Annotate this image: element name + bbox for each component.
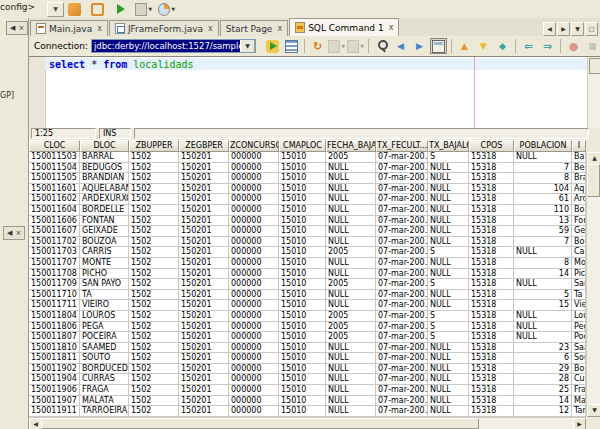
table-cell[interactable]: 150011601: [29, 184, 80, 195]
table-cell[interactable]: Bra: [572, 173, 586, 184]
table-cell[interactable]: Sou: [572, 353, 586, 364]
vertical-scroll-thumb[interactable]: [587, 164, 600, 197]
table-cell[interactable]: 15010: [279, 279, 326, 290]
table-cell[interactable]: Saa: [572, 343, 586, 354]
table-cell[interactable]: NULL: [326, 353, 376, 364]
table-cell[interactable]: NULL: [428, 290, 469, 301]
jump-prev-icon[interactable]: [392, 38, 409, 54]
table-cell[interactable]: 15318: [469, 269, 514, 280]
column-header-tx-fecult-[interactable]: TX_FECULT...: [376, 140, 428, 152]
table-cell[interactable]: Aqu: [572, 184, 586, 195]
table-cell[interactable]: NULL: [326, 406, 376, 417]
table-cell[interactable]: NULL: [428, 173, 469, 184]
table-cell[interactable]: NULL: [326, 385, 376, 396]
table-cell[interactable]: 1502: [129, 406, 179, 417]
table-cell[interactable]: 150011604: [29, 205, 80, 216]
dropdown-arrow-icon[interactable]: ▼: [360, 43, 364, 49]
table-cell[interactable]: 150011810: [29, 343, 80, 354]
table-cell[interactable]: 61: [514, 194, 572, 205]
table-cell[interactable]: 07-mar-200...: [376, 300, 428, 311]
table-cell[interactable]: NULL: [326, 343, 376, 354]
table-cell[interactable]: 150201: [179, 205, 229, 216]
table-cell[interactable]: 07-mar-200...: [376, 353, 428, 364]
table-cell[interactable]: 07-mar-200...: [376, 173, 428, 184]
table-row[interactable]: 150011504BEDUGOS150215020100000015010NUL…: [29, 163, 586, 174]
table-cell[interactable]: 07-mar-200...: [376, 226, 428, 237]
dropdown-arrow-icon[interactable]: ▼: [148, 6, 152, 12]
table-cell[interactable]: San: [572, 279, 586, 290]
table-cell[interactable]: 2005: [326, 322, 376, 333]
table-cell[interactable]: 15010: [279, 173, 326, 184]
table-cell[interactable]: 150201: [179, 269, 229, 280]
table-cell[interactable]: 1502: [129, 184, 179, 195]
table-cell[interactable]: NULL: [514, 332, 572, 343]
table-cell[interactable]: Mon: [572, 258, 586, 269]
table-cell[interactable]: NULL: [326, 374, 376, 385]
refresh-icon[interactable]: [494, 38, 511, 54]
table-cell[interactable]: 15318: [469, 258, 514, 269]
collapse-panel-icon[interactable]: ◀: [10, 23, 15, 33]
table-cell[interactable]: 15010: [279, 163, 326, 174]
run-project-icon[interactable]: [112, 1, 129, 17]
table-cell[interactable]: 000000: [229, 226, 279, 237]
table-cell[interactable]: NULL: [428, 300, 469, 311]
table-cell[interactable]: 8: [514, 173, 572, 184]
table-row[interactable]: 150011707MONTE150215020100000015010NULL0…: [29, 258, 586, 269]
table-cell[interactable]: 150201: [179, 216, 229, 227]
table-cell[interactable]: 150201: [179, 343, 229, 354]
table-cell[interactable]: 15010: [279, 269, 326, 280]
table-cell[interactable]: 07-mar-200...: [376, 152, 428, 163]
table-cell[interactable]: S: [428, 322, 469, 333]
table-cell[interactable]: NULL: [428, 406, 469, 417]
column-header-zconcurso[interactable]: ZCONCURSO: [229, 140, 279, 152]
table-cell[interactable]: 150011708: [29, 269, 80, 280]
table-cell[interactable]: 07-mar-200...: [376, 374, 428, 385]
table-cell[interactable]: 150011902: [29, 364, 80, 375]
table-cell[interactable]: 1502: [129, 216, 179, 227]
table-cell[interactable]: 15318: [469, 237, 514, 248]
table-cell[interactable]: 150201: [179, 385, 229, 396]
table-cell[interactable]: 07-mar-200...: [376, 269, 428, 280]
scroll-tabs-left-icon[interactable]: ◀: [543, 22, 556, 36]
table-cell[interactable]: 2005: [326, 247, 376, 258]
column-header-cpos[interactable]: CPOS: [469, 140, 514, 152]
table-cell[interactable]: NULL: [428, 269, 469, 280]
table-cell[interactable]: Bed: [572, 163, 586, 174]
table-cell[interactable]: NULL: [514, 322, 572, 333]
dropdown-arrow-icon[interactable]: ▼: [171, 6, 175, 12]
page-forward-icon[interactable]: [539, 38, 556, 54]
table-cell[interactable]: NULL: [428, 385, 469, 396]
table-cell[interactable]: 150011907: [29, 396, 80, 407]
table-cell[interactable]: NULL: [428, 343, 469, 354]
table-cell[interactable]: 150011709: [29, 279, 80, 290]
table-row[interactable]: 150011606FONTAN150215020100000015010NULL…: [29, 216, 586, 227]
table-cell[interactable]: 15318: [469, 332, 514, 343]
table-cell[interactable]: PICHO: [80, 269, 129, 280]
table-cell[interactable]: 150201: [179, 374, 229, 385]
table-cell[interactable]: 07-mar-200...: [376, 343, 428, 354]
table-cell[interactable]: Cur: [572, 374, 586, 385]
table-cell[interactable]: 1502: [129, 290, 179, 301]
panel-dock-controls-mid[interactable]: ◀ ×: [3, 226, 25, 240]
table-cell[interactable]: CURRAS: [80, 374, 129, 385]
table-cell[interactable]: 150011702: [29, 237, 80, 248]
table-cell[interactable]: 13: [514, 216, 572, 227]
table-cell[interactable]: 15010: [279, 194, 326, 205]
table-cell[interactable]: 000000: [229, 290, 279, 301]
config-combo-arrow-icon[interactable]: ▼: [47, 2, 64, 17]
table-cell[interactable]: 000000: [229, 385, 279, 396]
panel-dock-controls-top[interactable]: ◀ ×: [6, 21, 28, 35]
table-cell[interactable]: 07-mar-200...: [376, 364, 428, 375]
table-cell[interactable]: SAN PAYO: [80, 279, 129, 290]
table-cell[interactable]: 15010: [279, 332, 326, 343]
table-cell[interactable]: NULL: [428, 205, 469, 216]
table-cell[interactable]: NULL: [326, 173, 376, 184]
table-cell[interactable]: 150011811: [29, 353, 80, 364]
table-cell[interactable]: 150201: [179, 364, 229, 375]
table-cell[interactable]: 12: [514, 406, 572, 417]
table-cell[interactable]: 1502: [129, 269, 179, 280]
table-cell[interactable]: GEIXADE: [80, 226, 129, 237]
table-cell[interactable]: 15: [514, 300, 572, 311]
table-cell[interactable]: 110: [514, 205, 572, 216]
table-cell[interactable]: 000000: [229, 163, 279, 174]
